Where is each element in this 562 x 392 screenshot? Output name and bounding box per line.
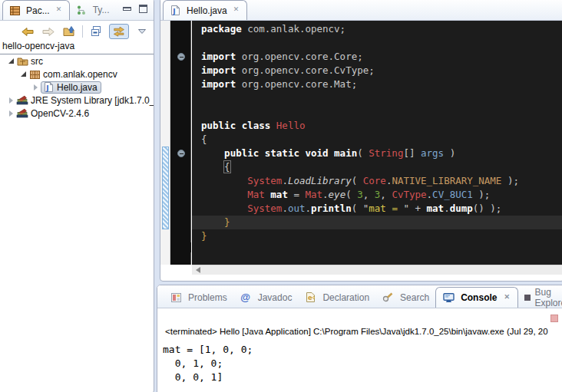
code-line: {	[192, 160, 562, 174]
tree-item-opencv-library[interactable]: OpenCV-2.4.6	[0, 107, 154, 120]
console-icon	[442, 292, 455, 303]
code-line: import org.opencv.core.Mat;	[192, 77, 562, 91]
link-with-editor-button[interactable]	[109, 24, 129, 39]
left-view-tabbar: Pac... Ty...	[0, 0, 154, 21]
arrow-right-icon	[42, 28, 55, 36]
package-explorer-icon	[8, 5, 21, 16]
editor-area: J Hello.java package com.anlak.opencv;im…	[160, 0, 562, 282]
tab-console[interactable]: Console	[435, 287, 518, 308]
javadoc-icon: @	[240, 292, 252, 303]
project-tree: hello-opencv-java src com.anlak.opencv J…	[0, 40, 154, 120]
bottom-view-tabbar: Problems @ Javadoc e Declaration Search …	[157, 285, 562, 308]
code-line	[192, 105, 562, 119]
tree-item-label: OpenCV-2.4.6	[31, 108, 89, 119]
tab-label: Search	[400, 292, 429, 303]
console-output-text[interactable]: mat = [1, 0, 0; 0, 1, 0; 0, 0, 1]	[163, 343, 253, 384]
minimize-icon[interactable]	[123, 7, 131, 11]
tab-problems[interactable]: Problems	[164, 287, 233, 308]
bug-icon	[524, 295, 531, 301]
toolbar-separator	[82, 25, 83, 38]
fold-collapse-icon[interactable]	[177, 150, 185, 157]
tree-item-label: hello-opencv-java	[2, 41, 74, 51]
tab-label: Bug Explorer	[534, 287, 562, 308]
svg-text:J: J	[172, 8, 175, 15]
collapsed-twisty-icon[interactable]	[7, 96, 16, 105]
library-icon	[16, 108, 28, 119]
folder-up-icon	[63, 26, 76, 37]
tree-item-hello-java[interactable]: J Hello.java	[0, 81, 154, 94]
tab-type-hierarchy[interactable]: Ty...	[70, 0, 115, 20]
code-line: }	[192, 216, 562, 229]
code-line: Mat mat = Mat.eye( 3, 3, CvType.CV_8UC1 …	[192, 188, 562, 202]
tree-item-package[interactable]: com.anlak.opencv	[0, 68, 154, 81]
declaration-icon: e	[304, 292, 316, 303]
code-line: System.LoadLibrary( Core.NATIVE_LIBRARY_…	[192, 174, 562, 188]
expanded-twisty-icon[interactable]	[19, 70, 28, 79]
code-line: import org.opencv.core.CvType;	[192, 64, 562, 77]
terminate-button[interactable]	[550, 315, 558, 322]
tree-item-jre-library[interactable]: JRE System Library [jdk1.7.0_25]	[0, 94, 154, 107]
tree-item-label: src	[31, 56, 43, 67]
tab-bug-explorer[interactable]: Bug Explorer	[518, 287, 562, 308]
tree-item-label: Hello.java	[57, 82, 98, 93]
library-icon	[16, 95, 28, 106]
up-button[interactable]	[61, 24, 77, 39]
code-line: package com.anlak.opencv;	[192, 22, 562, 36]
close-icon[interactable]	[503, 294, 511, 302]
tab-declaration[interactable]: e Declaration	[298, 287, 375, 308]
collapsed-twisty-icon[interactable]	[7, 109, 16, 118]
collapsed-twisty-icon[interactable]	[31, 83, 41, 92]
tree-item-label: com.anlak.opencv	[43, 69, 117, 80]
tab-javadoc[interactable]: @ Javadoc	[233, 287, 299, 308]
tree-item-project-root[interactable]: hello-opencv-java	[0, 40, 154, 54]
maximize-icon[interactable]	[139, 5, 147, 13]
back-button[interactable]	[20, 24, 35, 39]
tab-search[interactable]: Search	[375, 287, 435, 308]
scroll-left-icon[interactable]	[196, 267, 200, 273]
code-line: System.out.println( "mat = " + mat.dump(…	[192, 202, 562, 216]
package-folder-icon	[16, 56, 28, 67]
code-line: public static void main( String[] args )	[192, 147, 562, 160]
annotation-ruler[interactable]	[160, 21, 170, 265]
search-icon	[382, 292, 394, 303]
package-icon	[28, 69, 41, 80]
collapse-all-icon	[91, 26, 102, 37]
collapse-all-button[interactable]	[88, 24, 104, 39]
tab-package-explorer[interactable]: Pac...	[2, 0, 70, 20]
code-line	[192, 36, 562, 50]
expanded-twisty-icon[interactable]	[7, 57, 16, 66]
console-process-label: <terminated> Hello [Java Application] C:…	[165, 327, 562, 336]
tab-label: Javadoc	[258, 292, 293, 303]
java-file-icon: J	[169, 5, 181, 16]
gutter-extension	[170, 242, 191, 252]
editor-tabbar: J Hello.java	[160, 0, 562, 21]
code-line: }	[192, 229, 562, 243]
folding-gutter[interactable]	[170, 21, 191, 265]
tab-label: Declaration	[322, 292, 369, 303]
fold-collapse-icon[interactable]	[177, 53, 185, 61]
java-file-icon: J	[42, 82, 55, 93]
close-icon[interactable]	[233, 6, 241, 15]
arrow-left-icon	[21, 28, 34, 36]
horizontal-scrollbar[interactable]	[192, 265, 562, 275]
tree-item-src[interactable]: src	[0, 54, 154, 68]
view-menu-button[interactable]	[134, 24, 150, 39]
tab-label: Problems	[188, 292, 227, 303]
tab-label: Pac...	[26, 5, 50, 16]
link-arrows-icon	[113, 27, 125, 37]
code-line	[192, 91, 562, 105]
close-icon[interactable]	[55, 6, 64, 15]
tab-label: Ty...	[93, 5, 110, 15]
console-view: Problems @ Javadoc e Declaration Search …	[157, 285, 562, 392]
editor-tab-hello-java[interactable]: J Hello.java	[163, 0, 247, 20]
package-explorer-toolbar	[20, 23, 150, 40]
code-line: import org.opencv.core.Core;	[192, 50, 562, 64]
chevron-down-icon	[138, 29, 146, 34]
code-text[interactable]: package com.anlak.opencv;import org.open…	[192, 21, 562, 265]
editor-tab-label: Hello.java	[187, 5, 227, 16]
forward-button[interactable]	[41, 24, 56, 39]
method-range-indicator	[162, 147, 169, 229]
tree-item-label: JRE System Library [jdk1.7.0_25]	[31, 95, 154, 106]
package-explorer-view: Pac... Ty...	[0, 0, 154, 392]
code-editor[interactable]: package com.anlak.opencv;import org.open…	[160, 21, 562, 265]
